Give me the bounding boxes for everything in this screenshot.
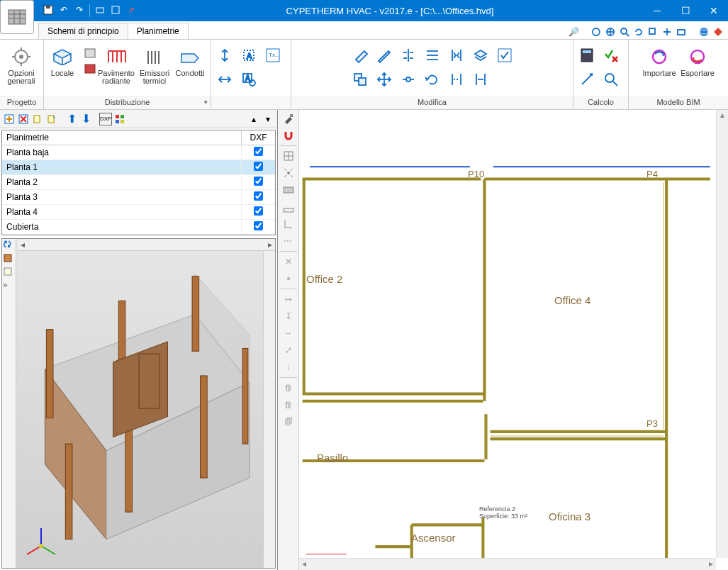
delete-icon[interactable] [17, 113, 30, 125]
zoom-window-icon[interactable] [647, 26, 659, 38]
esportare-button[interactable]: Esportare [679, 43, 716, 79]
copy2-icon[interactable]: 🗐 [278, 413, 298, 430]
snap-perp-icon[interactable] [278, 216, 298, 233]
down-icon[interactable]: ⬇ [79, 113, 92, 125]
calc-wand[interactable] [576, 69, 598, 90]
modify-move-cross[interactable] [374, 69, 395, 90]
modify-split-v[interactable] [398, 45, 419, 66]
row-dxf-checkbox[interactable] [241, 145, 275, 160]
preview-3d-viewport[interactable]: 🗘 » ◂▸ [1, 238, 276, 569]
3d-cube-icon[interactable] [3, 253, 16, 266]
copy-page-icon[interactable] [31, 113, 44, 125]
dxf-icon[interactable]: DXF [99, 113, 112, 125]
tool-move-v[interactable] [214, 45, 235, 66]
snap-grid-icon[interactable] [278, 147, 298, 164]
modify-copy[interactable] [349, 69, 371, 90]
nav-icon-1[interactable] [590, 26, 602, 38]
tool-move-h[interactable] [214, 69, 235, 90]
modify-extend[interactable] [470, 69, 491, 90]
close-button[interactable]: ✕ [700, 0, 728, 21]
save-icon[interactable] [43, 4, 54, 16]
dir-down-icon[interactable]: ↧ [278, 308, 298, 325]
3d-expand-icon[interactable]: » [3, 280, 16, 293]
modify-rotate[interactable] [422, 69, 443, 90]
modify-node[interactable] [398, 69, 419, 90]
snap-ruler-icon[interactable] [278, 199, 298, 216]
dim-cross-icon[interactable]: ✕ [278, 253, 298, 270]
tab-planimetrie[interactable]: Planimetrie [128, 23, 189, 39]
table-row[interactable]: Planta baja [2, 145, 275, 160]
paste-icon[interactable] [45, 113, 58, 125]
preview-scrollbar-v[interactable] [263, 251, 275, 568]
print-view-icon[interactable] [676, 26, 687, 38]
print-icon[interactable] [94, 4, 106, 16]
modify-gap[interactable] [446, 69, 467, 90]
modify-layer[interactable] [470, 45, 491, 66]
snap-guide-icon[interactable] [278, 233, 298, 250]
snap-point-icon[interactable] [278, 164, 298, 181]
refresh-icon[interactable] [633, 26, 644, 38]
table-row[interactable]: Planta 4 [2, 205, 275, 220]
maximize-button[interactable]: ☐ [671, 0, 700, 21]
table-row[interactable]: Planta 2 [2, 175, 275, 190]
row-dxf-checkbox[interactable] [241, 205, 275, 219]
up-icon[interactable]: ⬆ [65, 113, 78, 125]
minimize-button[interactable]: ─ [643, 0, 671, 21]
tool-a-frame[interactable]: A [238, 45, 259, 66]
calc-check-x[interactable] [600, 45, 622, 66]
nav-icon-2[interactable] [605, 26, 616, 38]
tool-magnet-icon[interactable] [278, 127, 298, 144]
3d-orbit-icon[interactable]: 🗘 [3, 240, 16, 252]
zoom-icon[interactable] [619, 26, 630, 38]
row-dxf-checkbox[interactable] [241, 190, 275, 204]
modify-align[interactable] [422, 45, 443, 66]
emissori-button[interactable]: Emissori termici [138, 43, 172, 86]
collapse-down-icon[interactable]: ▾ [262, 113, 274, 125]
row-dxf-checkbox[interactable] [241, 220, 275, 234]
table-row[interactable]: Cubierta [2, 220, 275, 235]
preview-scrollbar-h[interactable]: ◂▸ [18, 239, 275, 251]
dir-updown-icon[interactable]: ↕ [278, 359, 298, 376]
dir-diag-icon[interactable]: ⤢ [278, 342, 298, 359]
calc-search[interactable] [600, 69, 622, 90]
table-row[interactable]: Planta 3 [2, 190, 275, 205]
dim-dot-icon[interactable] [278, 270, 298, 287]
modify-check[interactable] [494, 45, 515, 66]
dir-right-icon[interactable]: ↦ [278, 291, 298, 308]
importare-button[interactable]: Importare [641, 43, 678, 79]
dir-both-icon[interactable]: ↔ [278, 325, 298, 342]
condotti-button[interactable]: Condotti [173, 43, 207, 79]
grid-icon[interactable] [113, 113, 126, 125]
tab-schemi[interactable]: Schemi di principio [38, 23, 128, 39]
app-icon[interactable] [0, 0, 34, 34]
trash-icon[interactable]: 🗑 [278, 379, 298, 396]
locale-button[interactable]: Locale [47, 43, 78, 79]
trash2-icon[interactable]: 🗑 [278, 396, 298, 413]
collapse-up-icon[interactable]: ▴ [247, 113, 260, 125]
binoculars-icon[interactable]: 🔎 [568, 26, 579, 38]
row-dxf-checkbox[interactable] [241, 160, 275, 174]
box-icon[interactable] [110, 4, 121, 16]
canvas-scrollbar-v[interactable]: ▴ [716, 110, 728, 558]
export-icon[interactable]: ↗ [125, 4, 137, 16]
tool-tx[interactable]: Tx... [262, 45, 284, 66]
redo-icon[interactable]: ↷ [74, 4, 85, 16]
floorplan-viewport[interactable]: P10 P4 P3 Office 2 Office 4 Pasillo Asce… [299, 110, 728, 570]
group-expand-icon[interactable]: ▾ [204, 99, 208, 106]
pan-icon[interactable] [661, 26, 673, 38]
globe-icon[interactable] [698, 26, 710, 38]
add-icon[interactable] [3, 113, 16, 125]
table-row[interactable]: Planta 1 [2, 160, 275, 175]
3d-proj-icon[interactable] [3, 267, 16, 279]
tool-a-zoom[interactable]: A [238, 69, 259, 90]
modify-erase[interactable] [349, 45, 371, 66]
modify-trim[interactable] [446, 45, 467, 66]
pavimento-button[interactable]: Pavimento radiante [96, 43, 136, 86]
calc-calculator[interactable] [576, 45, 598, 66]
help-icon[interactable] [712, 26, 724, 38]
undo-icon[interactable]: ↶ [58, 4, 69, 16]
tool-hammer-icon[interactable] [278, 110, 298, 127]
opzioni-generali-button[interactable]: Opzioni generali [3, 43, 40, 86]
canvas-scrollbar-h[interactable]: ◂▸ [299, 558, 716, 570]
row-dxf-checkbox[interactable] [241, 175, 275, 189]
